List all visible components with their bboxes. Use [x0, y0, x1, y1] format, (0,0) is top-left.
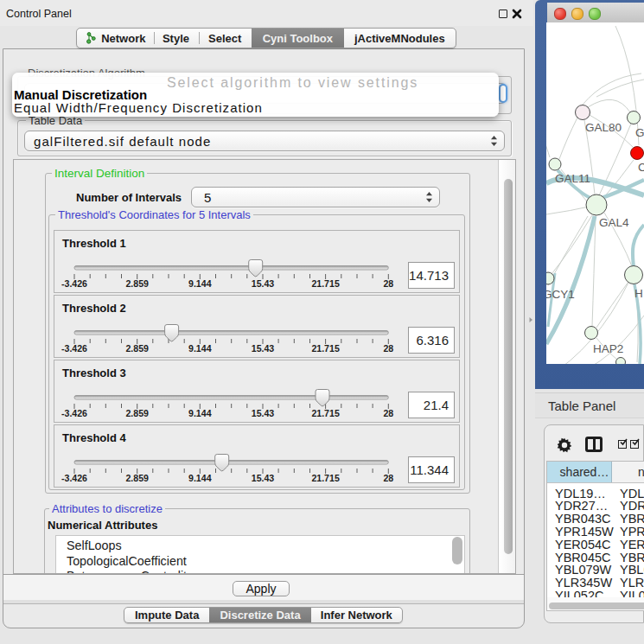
svg-text:H: H: [634, 287, 643, 300]
svg-text:2.859: 2.859: [125, 473, 149, 483]
svg-text:28: 28: [383, 278, 393, 289]
svg-text:-3.426: -3.426: [61, 408, 87, 418]
svg-text:15.43: 15.43: [252, 278, 275, 289]
svg-text:-3.426: -3.426: [61, 473, 87, 483]
svg-text:9.144: 9.144: [188, 473, 212, 483]
svg-text:HAP2: HAP2: [593, 342, 623, 355]
svg-text:21.715: 21.715: [311, 473, 340, 483]
svg-text:28: 28: [383, 473, 393, 483]
svg-text:GCY1: GCY1: [546, 288, 575, 301]
svg-text:-3.426: -3.426: [61, 343, 87, 354]
svg-text:15.43: 15.43: [252, 473, 275, 483]
svg-text:9.144: 9.144: [188, 408, 212, 418]
svg-text:9.144: 9.144: [188, 343, 212, 354]
svg-text:-3.426: -3.426: [61, 278, 87, 289]
svg-text:28: 28: [383, 343, 393, 354]
svg-text:21.715: 21.715: [311, 278, 340, 289]
svg-text:2.859: 2.859: [125, 408, 149, 418]
svg-text:GAL4: GAL4: [599, 216, 629, 229]
svg-text:28: 28: [383, 408, 393, 418]
svg-text:15.43: 15.43: [252, 408, 275, 418]
svg-text:2.859: 2.859: [125, 278, 149, 289]
svg-text:2.859: 2.859: [125, 343, 149, 354]
svg-text:G.: G.: [635, 126, 644, 139]
svg-text:15.43: 15.43: [252, 343, 275, 354]
svg-text:GAL80: GAL80: [585, 121, 622, 134]
svg-text:GAL11: GAL11: [555, 172, 590, 185]
svg-text:21.715: 21.715: [311, 343, 340, 354]
svg-text:9.144: 9.144: [188, 278, 212, 289]
svg-text:C: C: [638, 161, 644, 174]
svg-text:21.715: 21.715: [311, 408, 340, 418]
